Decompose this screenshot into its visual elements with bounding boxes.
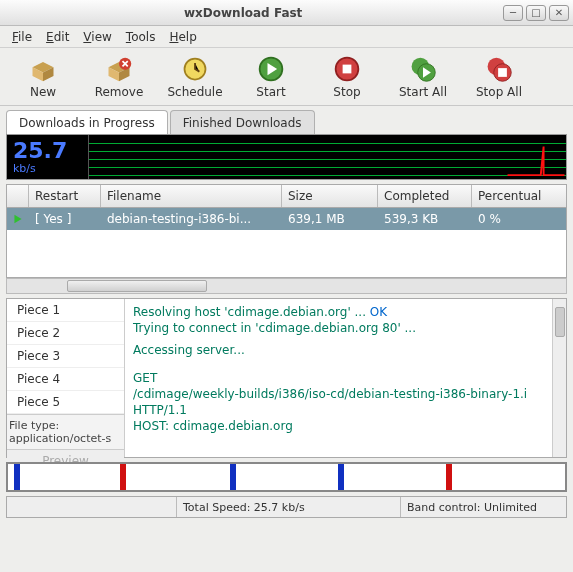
svg-rect-9 bbox=[498, 68, 507, 77]
filetype-value: application/octet-s bbox=[9, 432, 122, 445]
play-icon bbox=[257, 55, 285, 83]
row-filename: debian-testing-i386-bi... bbox=[101, 208, 282, 230]
log-panel[interactable]: Resolving host 'cdimage.debian.org' ... … bbox=[125, 299, 566, 457]
close-button[interactable]: ✕ bbox=[549, 5, 569, 21]
play-all-icon bbox=[409, 55, 437, 83]
play-icon bbox=[13, 212, 23, 226]
titlebar[interactable]: wxDownload Fast ─ □ ✕ bbox=[0, 0, 573, 26]
list-item[interactable]: Piece 2 bbox=[7, 322, 124, 345]
graph-line-icon bbox=[506, 139, 566, 177]
menu-view[interactable]: View bbox=[77, 28, 117, 46]
col-percentual[interactable]: Percentual bbox=[472, 185, 566, 207]
scrollbar-thumb[interactable] bbox=[67, 280, 207, 292]
toolbar-label: Schedule bbox=[167, 85, 222, 99]
toolbar-label: Remove bbox=[95, 85, 144, 99]
menu-file[interactable]: File bbox=[6, 28, 38, 46]
log-text: Resolving host 'cdimage.debian.org' ... bbox=[133, 305, 370, 319]
window-controls: ─ □ ✕ bbox=[503, 5, 569, 21]
status-band-control: Band control: Unlimited bbox=[401, 497, 566, 517]
download-list-body[interactable] bbox=[6, 230, 567, 278]
tab-strip: Downloads in Progress Finished Downloads bbox=[0, 106, 573, 134]
stopall-button[interactable]: Stop All bbox=[462, 51, 536, 103]
row-completed: 539,3 KB bbox=[378, 208, 472, 230]
piece-marker bbox=[230, 464, 236, 490]
stop-button[interactable]: Stop bbox=[310, 51, 384, 103]
minimize-button[interactable]: ─ bbox=[503, 5, 523, 21]
log-text: Accessing server... bbox=[133, 343, 558, 357]
table-row[interactable]: [ Yes ] debian-testing-i386-bi... 639,1 … bbox=[6, 208, 567, 230]
row-percentual: 0 % bbox=[472, 208, 566, 230]
piece-progress-bar bbox=[6, 462, 567, 492]
stop-all-icon bbox=[485, 55, 513, 83]
download-list-header: Restart Filename Size Completed Percentu… bbox=[6, 184, 567, 208]
speed-value: 25.7 bbox=[13, 140, 67, 162]
col-filename[interactable]: Filename bbox=[101, 185, 282, 207]
svg-rect-4 bbox=[343, 64, 352, 73]
piece-marker bbox=[338, 464, 344, 490]
toolbar-label: New bbox=[30, 85, 56, 99]
clock-icon bbox=[181, 55, 209, 83]
status-empty bbox=[7, 497, 177, 517]
window-title: wxDownload Fast bbox=[184, 6, 302, 20]
box-delete-icon bbox=[105, 55, 133, 83]
row-restart: [ Yes ] bbox=[29, 208, 101, 230]
scrollbar-thumb[interactable] bbox=[555, 307, 565, 337]
maximize-button[interactable]: □ bbox=[526, 5, 546, 21]
stop-icon bbox=[333, 55, 361, 83]
statusbar: Total Speed: 25.7 kb/s Band control: Unl… bbox=[6, 496, 567, 518]
startall-button[interactable]: Start All bbox=[386, 51, 460, 103]
menu-edit[interactable]: Edit bbox=[40, 28, 75, 46]
list-h-scrollbar[interactable] bbox=[6, 278, 567, 294]
toolbar-label: Start All bbox=[399, 85, 447, 99]
tab-finished-downloads[interactable]: Finished Downloads bbox=[170, 110, 315, 134]
speed-graph bbox=[89, 135, 566, 179]
col-restart[interactable]: Restart bbox=[29, 185, 101, 207]
piece-list: Piece 1 Piece 2 Piece 3 Piece 4 Piece 5 bbox=[7, 299, 124, 414]
list-item[interactable]: Piece 3 bbox=[7, 345, 124, 368]
filetype-info: File type: application/octet-s bbox=[7, 414, 124, 449]
toolbar-label: Start bbox=[256, 85, 285, 99]
menu-tools[interactable]: Tools bbox=[120, 28, 162, 46]
start-button[interactable]: Start bbox=[234, 51, 308, 103]
speed-unit: kb/s bbox=[13, 162, 36, 175]
speed-readout: 25.7 kb/s bbox=[7, 135, 89, 179]
detail-panel: Piece 1 Piece 2 Piece 3 Piece 4 Piece 5 … bbox=[6, 298, 567, 458]
list-item[interactable]: Piece 4 bbox=[7, 368, 124, 391]
col-icon[interactable] bbox=[7, 185, 29, 207]
tab-downloads-progress[interactable]: Downloads in Progress bbox=[6, 110, 168, 134]
col-size[interactable]: Size bbox=[282, 185, 378, 207]
speed-graph-panel: 25.7 kb/s bbox=[6, 134, 567, 180]
col-completed[interactable]: Completed bbox=[378, 185, 472, 207]
box-open-icon bbox=[29, 55, 57, 83]
pieces-panel: Piece 1 Piece 2 Piece 3 Piece 4 Piece 5 … bbox=[7, 299, 125, 457]
app-window: wxDownload Fast ─ □ ✕ File Edit View Too… bbox=[0, 0, 573, 572]
toolbar-label: Stop bbox=[333, 85, 360, 99]
remove-button[interactable]: Remove bbox=[82, 51, 156, 103]
row-status-icon bbox=[7, 208, 29, 230]
row-size: 639,1 MB bbox=[282, 208, 378, 230]
menubar: File Edit View Tools Help bbox=[0, 26, 573, 48]
schedule-button[interactable]: Schedule bbox=[158, 51, 232, 103]
log-text: /cdimage/weekly-builds/i386/iso-cd/debia… bbox=[133, 387, 558, 401]
log-v-scrollbar[interactable] bbox=[552, 299, 566, 457]
list-item[interactable]: Piece 1 bbox=[7, 299, 124, 322]
toolbar-label: Stop All bbox=[476, 85, 522, 99]
status-total-speed: Total Speed: 25.7 kb/s bbox=[177, 497, 401, 517]
list-item[interactable]: Piece 5 bbox=[7, 391, 124, 414]
log-status-ok: OK bbox=[370, 305, 387, 319]
piece-marker bbox=[446, 464, 452, 490]
new-button[interactable]: New bbox=[6, 51, 80, 103]
log-text: Trying to connect in 'cdimage.debian.org… bbox=[133, 321, 558, 335]
piece-marker bbox=[120, 464, 126, 490]
log-text: HOST: cdimage.debian.org bbox=[133, 419, 558, 433]
filetype-label: File type: bbox=[9, 419, 122, 432]
toolbar: New Remove Schedule Start Stop Start All… bbox=[0, 48, 573, 106]
log-text: HTTP/1.1 bbox=[133, 403, 558, 417]
menu-help[interactable]: Help bbox=[163, 28, 202, 46]
piece-marker bbox=[14, 464, 20, 490]
log-text: GET bbox=[133, 371, 558, 385]
